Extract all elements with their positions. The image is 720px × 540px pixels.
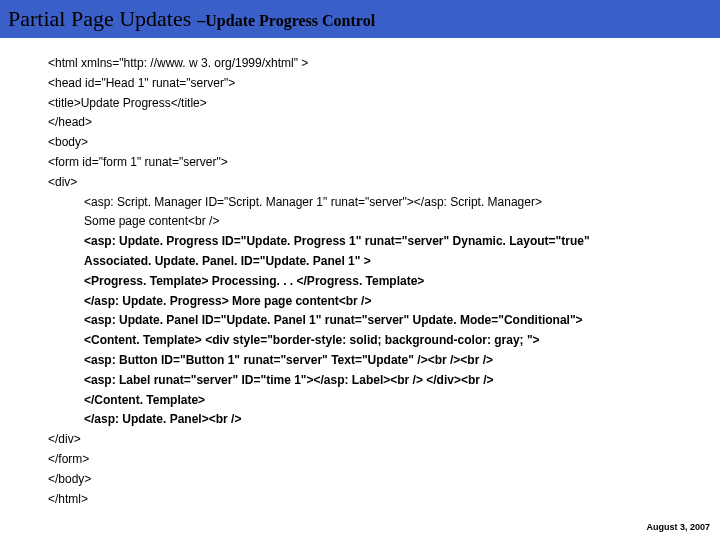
code-line: <asp: Update. Panel ID="Update. Panel 1"… [48, 311, 720, 331]
code-line: <asp: Update. Progress ID="Update. Progr… [48, 232, 720, 252]
code-line: <html xmlns="http: //www. w 3. org/1999/… [48, 54, 720, 74]
code-line: <div> [48, 173, 720, 193]
code-line: <Progress. Template> Processing. . . </P… [48, 272, 720, 292]
code-line: </asp: Update. Progress> More page conte… [48, 292, 720, 312]
code-line: <body> [48, 133, 720, 153]
code-line: <title>Update Progress</title> [48, 94, 720, 114]
code-line: <head id="Head 1" runat="server"> [48, 74, 720, 94]
footer-date: August 3, 2007 [646, 522, 710, 532]
slide-title-sub: –Update Progress Control [197, 12, 375, 30]
code-line: <asp: Label runat="server" ID="time 1"><… [48, 371, 720, 391]
code-line: Associated. Update. Panel. ID="Update. P… [48, 252, 720, 272]
code-line: <Content. Template> <div style="border-s… [48, 331, 720, 351]
code-line: <asp: Button ID="Button 1" runat="server… [48, 351, 720, 371]
code-line: </div> [48, 430, 720, 450]
code-line: </html> [48, 490, 720, 510]
code-line: </asp: Update. Panel><br /> [48, 410, 720, 430]
code-line: <form id="form 1" runat="server"> [48, 153, 720, 173]
slide-title-main: Partial Page Updates [8, 6, 191, 32]
code-line: <asp: Script. Manager ID="Script. Manage… [48, 193, 720, 213]
slide-title-bar: Partial Page Updates –Update Progress Co… [0, 0, 720, 38]
code-line: </form> [48, 450, 720, 470]
code-line: </Content. Template> [48, 391, 720, 411]
code-line: Some page content<br /> [48, 212, 720, 232]
code-line: </body> [48, 470, 720, 490]
code-line: </head> [48, 113, 720, 133]
code-listing: <html xmlns="http: //www. w 3. org/1999/… [0, 38, 720, 509]
